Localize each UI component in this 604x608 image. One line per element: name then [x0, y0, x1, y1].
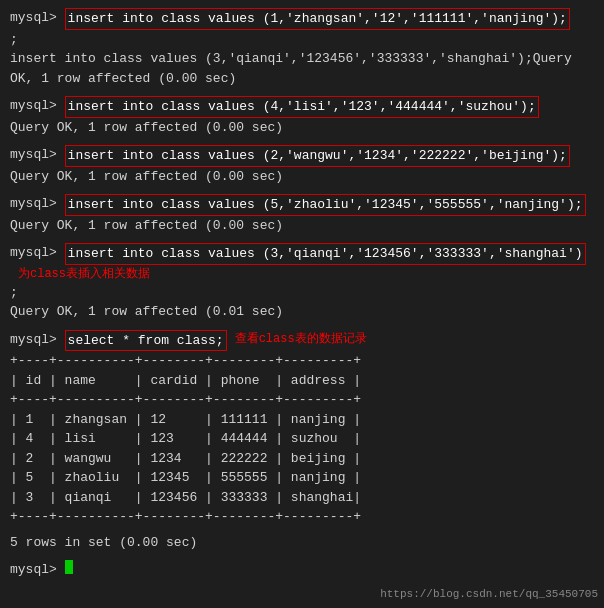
prompt-2: mysql> — [10, 96, 65, 116]
block-1: mysql> insert into class values (1,'zhan… — [10, 8, 594, 88]
line-2: mysql> insert into class values (4,'lisi… — [10, 96, 594, 118]
prompt-1: mysql> — [10, 8, 65, 28]
line-1: mysql> insert into class values (1,'zhan… — [10, 8, 594, 30]
output-1a: ; — [10, 30, 594, 50]
final-prompt: mysql> — [10, 560, 65, 580]
table-row-5: | 3 | qianqi | 123456 | 333333 | shangha… — [10, 488, 594, 508]
table-row-3: | 2 | wangwu | 1234 | 222222 | beijing | — [10, 449, 594, 469]
block-5: mysql> insert into class values (3,'qian… — [10, 243, 594, 322]
table-header: | id | name | cardid | phone | address | — [10, 371, 594, 391]
table-row-2: | 4 | lisi | 123 | 444444 | suzhou | — [10, 429, 594, 449]
block-2: mysql> insert into class values (4,'lisi… — [10, 96, 594, 137]
output-5b: Query OK, 1 row affected (0.01 sec) — [10, 302, 594, 322]
sql-1: insert into class values (1,'zhangsan','… — [65, 8, 570, 30]
line-3: mysql> insert into class values (2,'wang… — [10, 145, 594, 167]
sql-2: insert into class values (4,'lisi','123'… — [65, 96, 539, 118]
prompt-3: mysql> — [10, 145, 65, 165]
prompt-4: mysql> — [10, 194, 65, 214]
sql-4: insert into class values (5,'zhaoliu','1… — [65, 194, 586, 216]
table-sep-top: +----+----------+--------+--------+-----… — [10, 351, 594, 371]
line-4: mysql> insert into class values (5,'zhao… — [10, 194, 594, 216]
annotation-5: 为class表插入相关数据 — [18, 265, 150, 283]
table-footer: 5 rows in set (0.00 sec) — [10, 533, 594, 553]
table-row-4: | 5 | zhaoliu | 12345 | 555555 | nanjing… — [10, 468, 594, 488]
terminal-window: mysql> insert into class values (1,'zhan… — [10, 8, 594, 580]
line-5: mysql> insert into class values (3,'qian… — [10, 243, 594, 283]
block-6: mysql> select * from class;查看class表的数据记录… — [10, 330, 594, 553]
table-sep-bottom: +----+----------+--------+--------+-----… — [10, 507, 594, 527]
output-1b: insert into class values (3,'qianqi','12… — [10, 49, 594, 69]
prompt-6: mysql> — [10, 330, 65, 350]
table-sep-header: +----+----------+--------+--------+-----… — [10, 390, 594, 410]
output-5a: ; — [10, 283, 594, 303]
watermark: https://blog.csdn.net/qq_35450705 — [380, 586, 598, 603]
sql-6: select * from class; — [65, 330, 227, 352]
table-row-1: | 1 | zhangsan | 12 | 111111 | nanjing | — [10, 410, 594, 430]
output-4b: Query OK, 1 row affected (0.00 sec) — [10, 216, 594, 236]
annotation-6: 查看class表的数据记录 — [235, 330, 367, 348]
sql-3: insert into class values (2,'wangwu','12… — [65, 145, 570, 167]
final-prompt-line: mysql> — [10, 560, 594, 580]
output-2: Query OK, 1 row affected (0.00 sec) — [10, 118, 594, 138]
block-3: mysql> insert into class values (2,'wang… — [10, 145, 594, 186]
sql-5: insert into class values (3,'qianqi','12… — [65, 243, 586, 265]
cursor — [65, 560, 73, 574]
block-4: mysql> insert into class values (5,'zhao… — [10, 194, 594, 235]
prompt-5: mysql> — [10, 243, 65, 263]
output-1c: OK, 1 row affected (0.00 sec) — [10, 69, 594, 89]
output-3: Query OK, 1 row affected (0.00 sec) — [10, 167, 594, 187]
line-6: mysql> select * from class;查看class表的数据记录 — [10, 330, 594, 352]
